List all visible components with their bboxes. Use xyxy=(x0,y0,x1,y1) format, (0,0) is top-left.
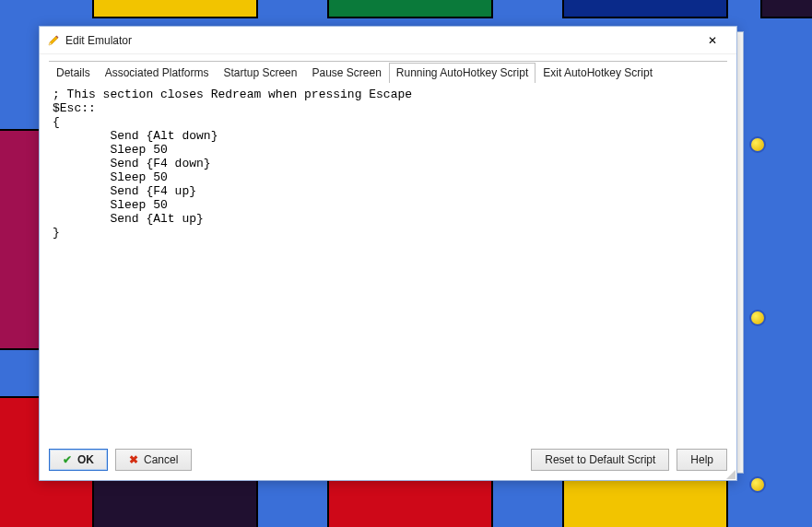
edit-emulator-dialog: Edit Emulator ✕ Details Associated Platf… xyxy=(39,26,737,481)
tab-details[interactable]: Details xyxy=(49,63,98,83)
tabstrip: Details Associated Platforms Startup Scr… xyxy=(40,54,736,82)
favorite-badge xyxy=(749,310,766,326)
pencil-icon xyxy=(47,34,60,47)
close-button[interactable]: ✕ xyxy=(696,29,729,52)
favorite-badge xyxy=(749,136,766,153)
ok-label: OK xyxy=(77,453,94,466)
cancel-button[interactable]: ✖ Cancel xyxy=(115,449,192,471)
window-title: Edit Emulator xyxy=(65,34,132,47)
reset-label: Reset to Default Script xyxy=(545,453,655,466)
cancel-label: Cancel xyxy=(144,453,178,466)
script-editor-wrap xyxy=(49,84,727,432)
resize-grip[interactable] xyxy=(724,467,736,480)
favorite-badge xyxy=(749,476,766,493)
close-icon: ✕ xyxy=(708,34,717,47)
reset-to-default-button[interactable]: Reset to Default Script xyxy=(531,449,669,471)
ok-button[interactable]: ✔ OK xyxy=(49,449,108,471)
titlebar[interactable]: Edit Emulator ✕ xyxy=(40,27,736,54)
tab-running-autohotkey-script[interactable]: Running AutoHotkey Script xyxy=(389,63,535,83)
help-label: Help xyxy=(690,453,713,466)
help-button[interactable]: Help xyxy=(677,449,727,471)
tab-pause-screen[interactable]: Pause Screen xyxy=(304,63,388,83)
button-row: ✔ OK ✖ Cancel Reset to Default Script He… xyxy=(40,441,736,480)
cross-icon: ✖ xyxy=(129,453,138,466)
tab-exit-autohotkey-script[interactable]: Exit AutoHotkey Script xyxy=(535,63,660,83)
tab-startup-screen[interactable]: Startup Screen xyxy=(216,63,304,83)
tab-associated-platforms[interactable]: Associated Platforms xyxy=(98,63,217,83)
check-icon: ✔ xyxy=(63,453,72,466)
script-editor[interactable] xyxy=(49,84,727,432)
tab-underline xyxy=(49,61,727,62)
